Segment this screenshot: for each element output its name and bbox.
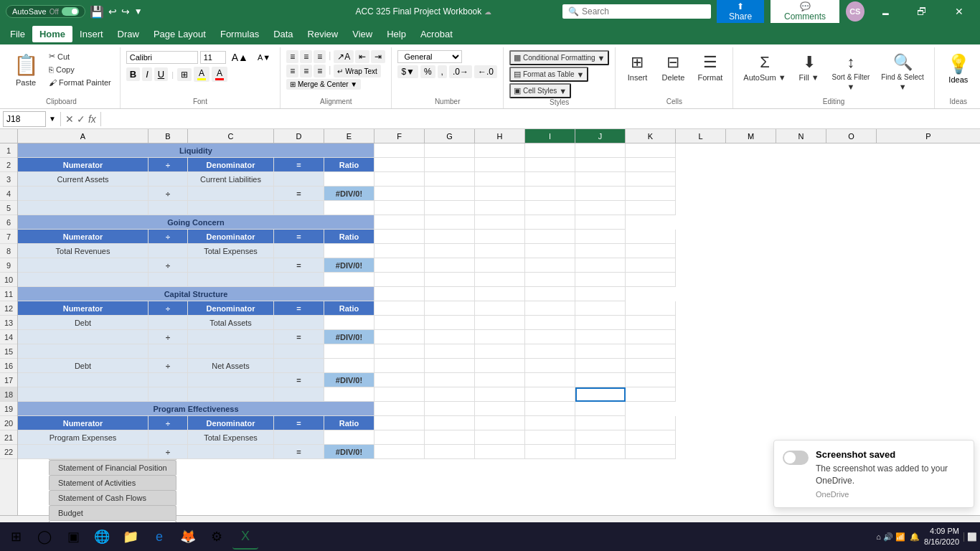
cell[interactable]	[188, 187, 274, 201]
cell[interactable]	[374, 416, 425, 430]
cell[interactable]: #DIV/0!	[324, 373, 374, 387]
cell[interactable]	[626, 373, 676, 387]
cell[interactable]	[374, 359, 425, 373]
cell[interactable]	[374, 201, 425, 215]
cell[interactable]: Net Assets	[188, 359, 274, 373]
cell[interactable]	[188, 373, 274, 387]
conditional-formatting-button[interactable]: ▦ Conditional Formatting ▼	[509, 50, 610, 65]
col-header-f[interactable]: F	[374, 129, 425, 143]
cell[interactable]	[525, 330, 575, 344]
cell[interactable]	[374, 344, 425, 359]
taskbar-clock[interactable]: 4:09 PM 8/16/2020	[924, 526, 959, 548]
toast-toggle[interactable]	[783, 451, 809, 465]
cell[interactable]	[149, 316, 188, 330]
col-header-k[interactable]: K	[626, 129, 676, 143]
sort-filter-button[interactable]: ↕ Sort & Filter ▼	[828, 50, 875, 94]
cancel-formula-icon[interactable]: ✕	[65, 113, 74, 125]
cell[interactable]	[525, 387, 575, 402]
row-num-20[interactable]: 20	[0, 416, 17, 430]
cell[interactable]	[525, 258, 575, 273]
font-name-input[interactable]	[126, 51, 198, 64]
cell[interactable]	[525, 430, 575, 445]
search-box[interactable]: 🔍	[562, 4, 711, 19]
col-header-d[interactable]: D	[274, 129, 324, 143]
row-num-19[interactable]: 19	[0, 402, 17, 416]
cell[interactable]: ÷	[149, 158, 188, 172]
cell[interactable]	[425, 316, 475, 330]
cell[interactable]	[425, 330, 475, 344]
cell[interactable]	[188, 273, 274, 287]
cell[interactable]: #DIV/0!	[324, 330, 374, 344]
cell[interactable]	[374, 445, 425, 459]
cell[interactable]	[149, 201, 188, 215]
close-button[interactable]: ✕	[943, 0, 974, 23]
cell[interactable]: =	[274, 445, 324, 459]
dollar-button[interactable]: $▼	[397, 65, 418, 78]
row-num-7[interactable]: 7	[0, 230, 17, 244]
avatar[interactable]: CS	[846, 1, 864, 22]
cell[interactable]	[374, 330, 425, 344]
menu-home[interactable]: Home	[32, 26, 72, 42]
cell[interactable]: Ratio	[324, 230, 374, 244]
cell[interactable]	[425, 344, 475, 359]
autosave-toggle[interactable]	[62, 7, 79, 16]
copy-button[interactable]: ⎘ Copy	[46, 64, 114, 75]
menu-view[interactable]: View	[345, 26, 380, 42]
minimize-button[interactable]: 🗕	[870, 0, 901, 23]
fill-button[interactable]: ⬇ Fill ▼	[793, 50, 825, 85]
cell[interactable]	[626, 172, 676, 187]
format-button[interactable]: ☰ Format	[693, 50, 727, 85]
cell[interactable]: ÷	[149, 301, 188, 316]
cell[interactable]	[425, 201, 475, 215]
cell[interactable]	[575, 143, 626, 158]
cell[interactable]	[324, 387, 374, 402]
cell[interactable]	[18, 273, 149, 287]
indent-right-button[interactable]: ⇥	[371, 50, 385, 63]
cell[interactable]: ÷	[149, 230, 188, 244]
menu-formulas[interactable]: Formulas	[213, 26, 266, 42]
start-button[interactable]: ⊞	[3, 524, 29, 550]
borders-button[interactable]: ⊞	[177, 68, 192, 81]
cell[interactable]: Debt	[18, 316, 149, 330]
cell[interactable]	[324, 273, 374, 287]
decimal-decrease-button[interactable]: ←.0	[474, 65, 497, 78]
cell[interactable]	[575, 215, 626, 230]
cell[interactable]	[575, 344, 626, 359]
cell[interactable]	[475, 172, 525, 187]
save-icon[interactable]: 💾	[90, 5, 104, 19]
cell[interactable]	[475, 143, 525, 158]
col-header-a[interactable]: A	[18, 129, 149, 143]
cell[interactable]	[626, 230, 676, 244]
find-select-button[interactable]: 🔍 Find & Select ▼	[877, 50, 928, 94]
merge-center-button[interactable]: ⊞ Merge & Center ▼	[286, 79, 361, 90]
col-header-m[interactable]: M	[726, 129, 776, 143]
cell[interactable]	[626, 416, 676, 430]
row-num-17[interactable]: 17	[0, 373, 17, 387]
search-input[interactable]	[582, 6, 689, 17]
cell[interactable]	[149, 273, 188, 287]
cell[interactable]	[626, 301, 676, 316]
delete-button[interactable]: ⊟ Delete	[657, 50, 689, 85]
col-header-g[interactable]: G	[425, 129, 475, 143]
cell[interactable]: Ratio	[324, 301, 374, 316]
cell[interactable]	[475, 158, 525, 172]
cell[interactable]	[475, 373, 525, 387]
font-color-button[interactable]: A	[212, 67, 227, 82]
row-num-16[interactable]: 16	[0, 359, 17, 373]
cell[interactable]	[475, 344, 525, 359]
cell[interactable]	[475, 301, 525, 316]
cell[interactable]	[18, 258, 149, 273]
italic-button[interactable]: I	[142, 67, 152, 81]
cell[interactable]	[475, 201, 525, 215]
cell[interactable]: =	[274, 330, 324, 344]
ideas-button[interactable]: 💡 Ideas	[941, 50, 976, 87]
row-num-3[interactable]: 3	[0, 172, 17, 187]
cell[interactable]	[626, 430, 676, 445]
insert-function-icon[interactable]: fx	[88, 113, 96, 125]
cell[interactable]: =	[274, 158, 324, 172]
row-num-5[interactable]: 5	[0, 201, 17, 215]
cell[interactable]	[425, 387, 475, 402]
firefox-button[interactable]: 🦊	[175, 524, 201, 550]
cell[interactable]	[188, 330, 274, 344]
cell[interactable]	[324, 201, 374, 215]
